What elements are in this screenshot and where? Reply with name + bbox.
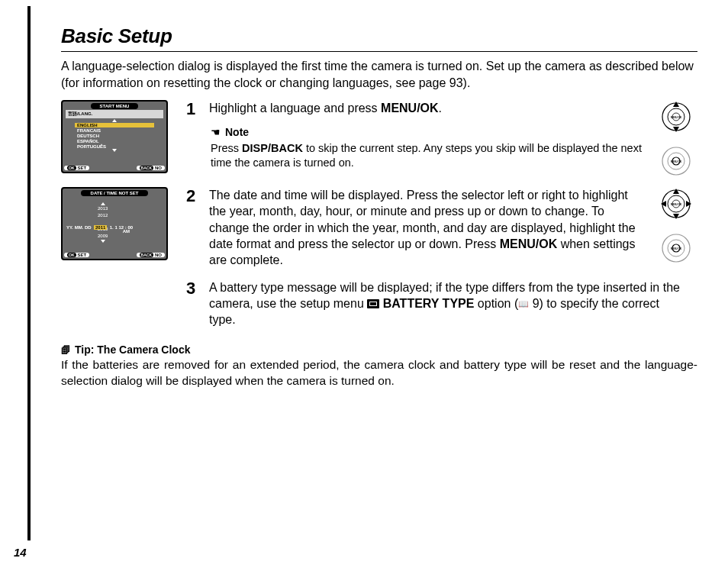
lcd2-title: DATE / TIME NOT SET [81, 190, 148, 196]
dpad-column-2: MENU OK MENU OK [655, 187, 697, 265]
step-2-number: 2 [186, 187, 200, 205]
step-3-text: A battery type message will be displayed… [209, 279, 682, 328]
page-number: 14 [14, 546, 27, 559]
svg-marker-17 [686, 201, 691, 207]
svg-marker-15 [673, 214, 679, 219]
book-icon [518, 297, 529, 310]
tip-heading: Tip: The Camera Clock [61, 343, 697, 357]
lang-item: DEUTSCH [75, 134, 154, 138]
svg-marker-5 [673, 127, 679, 132]
note-heading: Note [211, 125, 646, 140]
svg-marker-4 [673, 102, 679, 107]
lcd-column-2: DATE / TIME NOT SET 2013 2012 2010 2009 … [61, 187, 177, 260]
dpad-center-icon: MENU OK [659, 231, 693, 265]
lcd2-date-row: YY. MM. DD 2011 1. 1 12 : 00 AM [66, 225, 133, 234]
step-2-text: The date and time will be displayed. Pre… [209, 187, 646, 268]
lcd2-bottom-bar: OKSET BACKNO [64, 253, 165, 257]
step-1-content: Highlight a language and press MENU/OK. … [209, 100, 646, 170]
dpad-center-icon: MENU OK [659, 144, 693, 178]
back-no-pill: BACKNO [137, 166, 165, 170]
svg-marker-14 [673, 189, 679, 194]
step-1-number: 1 [186, 100, 200, 118]
lcd2-years: 2013 2012 2010 2009 [98, 202, 108, 243]
note-body: Press DISP/BACK to skip the current step… [211, 141, 646, 170]
svg-text:MENU OK: MENU OK [671, 247, 682, 250]
arrow-up-icon [112, 119, 117, 122]
page-title: Basic Setup [61, 24, 697, 52]
lcd-column-1: START MENU 言語/LANG. ENGLISH FRANCAIS DEU… [61, 100, 177, 173]
step-1-text: Highlight a language and press MENU/OK. [209, 100, 646, 116]
tip-block: Tip: The Camera Clock If the batteries a… [61, 343, 697, 389]
battery-icon [367, 299, 379, 308]
lang-item-selected: ENGLISH [75, 123, 154, 127]
step-2-content: The date and time will be displayed. Pre… [209, 187, 646, 268]
ok-set-pill: OKSET [64, 166, 89, 170]
note-block: Note Press DISP/BACK to skip the current… [211, 125, 646, 169]
tip-body: If the batteries are removed for an exte… [61, 357, 697, 389]
step-1-row: START MENU 言語/LANG. ENGLISH FRANCAIS DEU… [61, 100, 697, 178]
step-3-number: 3 [186, 279, 200, 328]
lcd1-bottom-bar: OKSET BACKNO [64, 166, 165, 170]
lcd1-title: START MENU [91, 103, 138, 109]
ok-set-pill: OKSET [64, 253, 89, 257]
dpad-all-icon: MENU OK [659, 187, 693, 221]
svg-text:MENU OK: MENU OK [671, 203, 682, 206]
step-3-content: A battery type message will be displayed… [209, 279, 682, 328]
svg-marker-16 [661, 201, 666, 207]
lang-item: FRANCAIS [75, 128, 154, 133]
arrow-down-icon [112, 149, 117, 152]
back-no-pill: BACKNO [137, 253, 165, 257]
svg-text:MENU OK: MENU OK [671, 116, 682, 119]
lcd1-lang-list: ENGLISH FRANCAIS DEUTSCH ESPAÑOL PORTUGU… [75, 119, 154, 152]
step-3-row: 3 A battery type message will be display… [186, 279, 697, 328]
lcd-date-time: DATE / TIME NOT SET 2013 2012 2010 2009 … [61, 187, 168, 260]
page-content: Basic Setup A language-selection dialog … [27, 6, 728, 540]
arrow-down-icon [101, 240, 105, 243]
intro-paragraph: A language-selection dialog is displayed… [61, 58, 697, 91]
step-2-row: DATE / TIME NOT SET 2013 2012 2010 2009 … [61, 187, 697, 268]
lcd1-subtitle: 言語/LANG. [66, 110, 163, 118]
lcd-language-menu: START MENU 言語/LANG. ENGLISH FRANCAIS DEU… [61, 100, 168, 173]
svg-text:MENU OK: MENU OK [671, 160, 682, 163]
dpad-updown-icon: MENU OK [659, 100, 693, 134]
dpad-column-1: MENU OK MENU OK [655, 100, 697, 178]
lang-item: ESPAÑOL [75, 139, 154, 144]
